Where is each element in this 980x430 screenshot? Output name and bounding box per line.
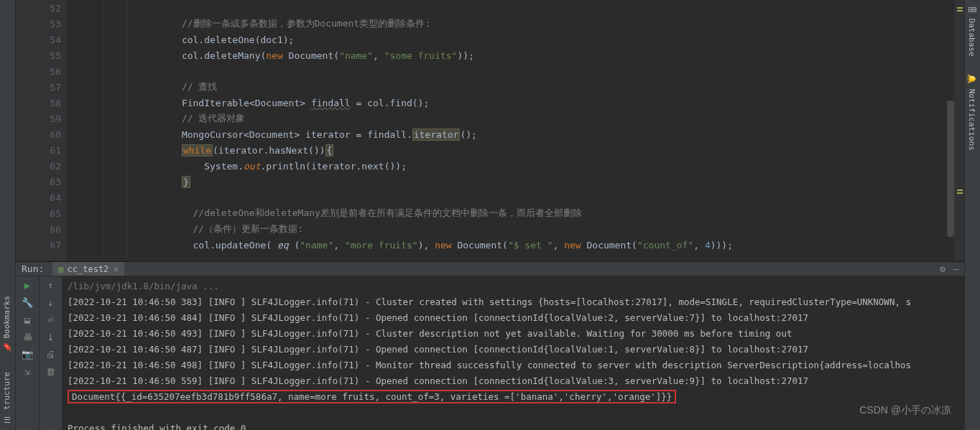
marker-strip xyxy=(954,0,964,261)
run-header-actions: ⚙ — xyxy=(940,263,958,274)
code-line[interactable]: // 查找 xyxy=(66,79,964,95)
expand-icon[interactable]: ⇲ xyxy=(22,365,33,377)
code-line[interactable]: FindIterable<Document> findall = col.fin… xyxy=(66,95,964,111)
run-panel: Run: ▦ cc_test2 × ⚙ — ▶ 🔧 ⬓ 🖶 📷 ⇲ ↑ ↓ ⏎ … xyxy=(16,261,964,430)
warning-marker[interactable] xyxy=(957,190,963,191)
database-icon: 🗄 xyxy=(967,6,976,14)
gutter: 52535455565758596061626364656667 xyxy=(16,0,66,261)
gear-icon[interactable]: ⚙ xyxy=(940,263,946,274)
database-tab[interactable]: 🗄 Database xyxy=(965,0,979,62)
camera-icon[interactable]: 📷 xyxy=(22,348,33,360)
code-line[interactable] xyxy=(66,63,964,79)
right-tool-strip: 🗄 Database 🔔 Notifications xyxy=(964,0,980,430)
code-area[interactable]: //删除一条或多条数据，参数为Document类型的删除条件: col.dele… xyxy=(66,0,964,261)
editor-area: 52535455565758596061626364656667 //删除一条或… xyxy=(16,0,964,261)
code-line[interactable]: //（条件）更新一条数据: xyxy=(66,221,964,237)
console-output[interactable]: /lib/jvm/jdk1.8/bin/java ...[2022-10-21 … xyxy=(62,276,964,430)
gutter-line: 57 xyxy=(16,79,65,95)
run-tab-name: cc_test2 xyxy=(68,264,109,274)
bookmarks-tab[interactable]: 🔖 Bookmarks xyxy=(0,290,14,358)
gutter-line: 59 xyxy=(16,111,65,126)
database-label: Database xyxy=(967,19,976,57)
bookmarks-label: Bookmarks xyxy=(2,296,11,339)
run-toolbar-secondary: ↑ ↓ ⏎ ⤓ 🖨 🗑 xyxy=(39,276,62,430)
warning-marker[interactable] xyxy=(957,192,963,194)
code-line[interactable] xyxy=(66,190,964,205)
stop-icon[interactable]: 🔧 xyxy=(22,296,33,308)
gutter-line: 62 xyxy=(16,158,65,174)
code-line[interactable]: // 迭代器对象 xyxy=(66,111,964,126)
gutter-line: 61 xyxy=(16,142,65,158)
console-line: [2022-10-21 10:46:50 484] [INFO ] SLF4JL… xyxy=(68,309,958,325)
gutter-line: 65 xyxy=(16,205,65,221)
console-line: [2022-10-21 10:46:50 498] [INFO ] SLF4JL… xyxy=(68,357,958,373)
run-toolbar-left: ▶ 🔧 ⬓ 🖶 📷 ⇲ xyxy=(16,276,39,430)
gutter-line: 53 xyxy=(16,16,65,32)
console-line: /lib/jvm/jdk1.8/bin/java ... xyxy=(68,278,958,294)
gutter-line: 58 xyxy=(16,95,65,111)
code-line[interactable]: System.out.println(iterator.next()); xyxy=(66,158,964,174)
structure-tab[interactable]: ☰ tructure xyxy=(0,366,14,430)
code-line[interactable]: while(iterator.hasNext()){ xyxy=(66,142,964,158)
run-header: Run: ▦ cc_test2 × ⚙ — xyxy=(16,262,964,276)
run-tab[interactable]: ▦ cc_test2 × xyxy=(52,262,124,276)
indent-guide xyxy=(103,0,104,261)
rerun-icon[interactable]: ▶ xyxy=(22,279,33,291)
up-icon[interactable]: ↑ xyxy=(45,279,57,291)
scrollbar-thumb[interactable] xyxy=(947,101,954,237)
code-line[interactable] xyxy=(66,0,964,16)
bell-icon: 🔔 xyxy=(967,74,976,84)
watermark: CSDN @小手の冰凉 xyxy=(859,404,951,417)
left-tool-strip: 🔖 Bookmarks ☰ tructure xyxy=(0,0,16,430)
console-line: [2022-10-21 10:46:50 493] [INFO ] SLF4JL… xyxy=(68,325,958,341)
minimize-icon[interactable]: — xyxy=(953,263,958,274)
notifications-label: Notifications xyxy=(967,89,976,151)
gutter-line: 67 xyxy=(16,237,65,253)
console-line: Document{{_id=635207eefb3d781b9ff586a7, … xyxy=(68,388,958,404)
structure-label: tructure xyxy=(2,372,11,410)
pin-icon[interactable]: 🖶 xyxy=(22,331,33,342)
code-line[interactable]: } xyxy=(66,174,964,190)
structure-icon: ☰ xyxy=(2,415,11,424)
code-line[interactable]: col.updateOne( eq ("name", "more fruits"… xyxy=(66,237,964,253)
gutter-line: 64 xyxy=(16,190,65,205)
code-line[interactable]: MongoCursor<Document> iterator = findall… xyxy=(66,126,964,142)
close-icon[interactable]: × xyxy=(113,263,119,274)
run-config-icon: ▦ xyxy=(58,264,63,274)
gutter-line: 60 xyxy=(16,126,65,142)
editor-scrollbar[interactable] xyxy=(947,0,954,261)
console-line: [2022-10-21 10:46:50 559] [INFO ] SLF4JL… xyxy=(68,373,958,388)
run-label: Run: xyxy=(22,263,44,274)
notifications-tab[interactable]: 🔔 Notifications xyxy=(965,68,979,156)
code-line[interactable]: //deleteOne和deleteMany差别是前者在所有满足条件的文档中删除… xyxy=(66,205,964,221)
bookmark-icon: 🔖 xyxy=(2,343,11,352)
warning-marker[interactable] xyxy=(957,10,963,11)
gutter-line: 66 xyxy=(16,221,65,237)
console-line: Process finished with exit code 0 xyxy=(68,420,958,430)
gutter-line: 63 xyxy=(16,174,65,190)
layout-icon[interactable]: ⬓ xyxy=(22,314,33,325)
code-line[interactable]: //删除一条或多条数据，参数为Document类型的删除条件: xyxy=(66,16,964,32)
trash-icon[interactable]: 🗑 xyxy=(45,365,57,377)
gutter-line: 56 xyxy=(16,63,65,79)
console-line: [2022-10-21 10:46:50 487] [INFO ] SLF4JL… xyxy=(68,341,958,357)
console-line: [2022-10-21 10:46:50 383] [INFO ] SLF4JL… xyxy=(68,294,958,309)
run-body: ▶ 🔧 ⬓ 🖶 📷 ⇲ ↑ ↓ ⏎ ⤓ 🖨 🗑 /lib/jvm/jdk1.8/… xyxy=(16,276,964,430)
scroll-icon[interactable]: ⤓ xyxy=(45,331,57,342)
indent-guide xyxy=(126,0,127,261)
code-line[interactable]: col.deleteMany(new Document("name", "som… xyxy=(66,47,964,63)
console-line xyxy=(68,404,958,420)
gutter-line: 54 xyxy=(16,32,65,47)
warning-marker[interactable] xyxy=(957,7,963,9)
gutter-line: 52 xyxy=(16,0,65,16)
print-icon[interactable]: 🖨 xyxy=(45,348,57,360)
gutter-line: 55 xyxy=(16,47,65,63)
wrap-icon[interactable]: ⏎ xyxy=(45,314,57,325)
code-line[interactable]: col.deleteOne(doc1); xyxy=(66,32,964,47)
down-icon[interactable]: ↓ xyxy=(45,296,57,308)
